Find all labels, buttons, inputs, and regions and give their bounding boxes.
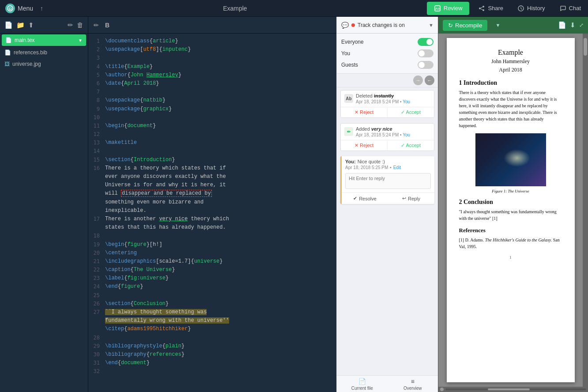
pencil-icon[interactable]: ✏ <box>92 20 101 30</box>
pdf-scrollbar-thumb[interactable] <box>584 38 587 56</box>
code-line-25 <box>105 291 333 300</box>
code-line-16f: inexplicable. <box>105 207 333 215</box>
chat-button[interactable]: Chat <box>552 0 588 17</box>
sidebar-item-references-bib[interactable]: 📄 references.bib <box>0 47 88 58</box>
code-line-20: \centering <box>105 249 333 257</box>
pdf-content: Example John Hammersley April 2018 1 Int… <box>438 34 583 387</box>
scroll-left-arrow[interactable] <box>440 388 444 391</box>
delete-icon[interactable]: 🗑 <box>77 21 83 29</box>
everyone-toggle[interactable] <box>418 38 433 46</box>
review-button[interactable]: Ab Review <box>427 2 470 15</box>
reply-icon: ↩ <box>402 196 406 201</box>
code-line-23: \label{fig:universe} <box>105 274 333 283</box>
code-line-30: \bibliography{references} <box>105 351 333 359</box>
overview-nav[interactable]: ≡ Overview <box>388 376 438 392</box>
svg-line-8 <box>481 9 482 10</box>
sidebar-item-universe-jpg[interactable]: 🖼 universe.jpg <box>0 58 88 70</box>
recompile-button[interactable]: ↻ Recompile <box>443 20 487 31</box>
added-reject-button[interactable]: ✕ Reject <box>341 140 388 151</box>
pdf-expand-icon[interactable]: ⤢ <box>579 22 584 28</box>
current-file-nav[interactable]: 📄 Current file <box>337 376 388 392</box>
added-change-buttons: ✕ Reject ✓ Accept <box>341 140 434 151</box>
sidebar-item-main-tex[interactable]: 📄 main.tex ▼ <box>2 34 86 46</box>
references-bib-label: references.bib <box>14 49 47 56</box>
pdf-section2: 2 Conclusion <box>459 199 562 206</box>
chat-icon <box>559 5 566 12</box>
menu-label: Menu <box>18 5 33 12</box>
new-file-icon[interactable]: 📄 <box>4 21 13 29</box>
resolve-button[interactable]: ✔ Resolve <box>342 193 388 204</box>
code-line-28 <box>105 334 333 342</box>
bold-icon[interactable]: B <box>103 20 111 30</box>
comment-edit-link[interactable]: Edit <box>393 165 401 170</box>
code-line-32 <box>105 367 333 376</box>
scroll-right-icon[interactable]: → <box>413 75 423 85</box>
deleted-change-card: Ab Deleted instantly Apr 18, 2018 5:24 P… <box>340 90 434 118</box>
pdf-scrollbar[interactable] <box>583 34 588 387</box>
code-line-19: \begin{figure}[h!] <box>105 241 333 249</box>
edit-icon[interactable]: ✏ <box>68 21 73 29</box>
scroll-left-icon[interactable]: ← <box>425 75 434 85</box>
code-line-7 <box>105 88 333 96</box>
code-line-24: \end{figure} <box>105 283 333 291</box>
pdf-view-icon[interactable]: 📄 <box>558 21 566 29</box>
reply-button[interactable]: ↩ Reply <box>388 193 434 204</box>
code-content[interactable]: \documentclass{article} \usepackage[utf8… <box>102 34 336 392</box>
document-title: Example <box>45 5 425 12</box>
history-back-icon[interactable]: ↑ <box>38 5 45 12</box>
code-line-4: \title{Example} <box>105 63 333 71</box>
pdf-image <box>475 133 546 186</box>
pdf-ref1: [1] D. Adams. The Hitchhiker's Guide to … <box>459 237 562 250</box>
comment-icon: 💬 <box>341 22 349 29</box>
code-line-27c: \citep{adams1995hitchhiker} <box>105 325 333 333</box>
code-line-17a: There is another very nice theory which <box>105 215 333 223</box>
universe-jpg-label: universe.jpg <box>12 61 41 67</box>
code-line-9: \usepackage{graphicx} <box>105 105 333 113</box>
recompile-icon: ↻ <box>448 22 453 29</box>
code-line-16a: There is a theory which states that if <box>105 164 333 173</box>
track-dropdown-icon[interactable]: ▼ <box>429 23 433 28</box>
added-change-text: Added very nice Apr 18, 2018 5:24 PM • Y… <box>356 126 430 137</box>
history-button[interactable]: History <box>510 0 552 17</box>
code-line-14 <box>105 147 333 155</box>
code-line-8: \usepackage{natbib} <box>105 96 333 105</box>
code-line-16b: ever anyone discovers exactly what the <box>105 173 333 181</box>
deleted-change-header: Ab Deleted instantly Apr 18, 2018 5:24 P… <box>341 90 434 107</box>
code-line-13: \maketitle <box>105 139 333 147</box>
history-icon <box>517 5 524 12</box>
track-changes-label: Track changes is on <box>358 22 426 28</box>
new-folder-icon[interactable]: 📁 <box>16 21 25 29</box>
upload-icon[interactable]: ⬆ <box>28 21 34 29</box>
main-tex-label: main.tex <box>15 37 34 43</box>
pdf-references-title: References <box>459 227 562 234</box>
toggle-row-guests: Guests <box>341 59 433 71</box>
you-toggle-thumb <box>418 50 425 57</box>
editor-content[interactable]: 12345 678910 1112131415 16 17 18 1920212… <box>88 34 336 392</box>
you-toggle[interactable] <box>418 49 433 57</box>
deleted-change-icon: Ab <box>344 94 353 103</box>
added-change-meta: Apr 18, 2018 5:24 PM • You <box>356 132 430 137</box>
toggle-section: Everyone You Guests <box>337 34 438 74</box>
pdf-intro-text: There is a theory which states that if e… <box>459 89 562 129</box>
deleted-reject-button[interactable]: ✕ Reject <box>341 107 388 117</box>
resolve-icon: ✔ <box>353 196 357 201</box>
deleted-action-label: Deleted instantly <box>356 93 430 98</box>
comment-author: You: <box>345 159 356 164</box>
added-accept-button[interactable]: ✓ Accept <box>388 140 434 151</box>
pdf-bottom-scrollbar[interactable] <box>438 387 588 392</box>
everyone-toggle-thumb <box>426 39 433 45</box>
everyone-label: Everyone <box>341 39 418 45</box>
code-line-12 <box>105 130 333 139</box>
recompile-dropdown-icon[interactable]: ▼ <box>491 17 505 34</box>
guests-toggle[interactable] <box>418 61 433 69</box>
comment-meta: Apr 18, 2018 5:25 PM • Edit <box>345 165 431 170</box>
share-button[interactable]: Share <box>471 0 510 17</box>
pdf-section1: 1 Introduction <box>459 79 562 87</box>
comment-actions: ✔ Resolve ↩ Reply <box>342 192 434 204</box>
line-numbers: 12345 678910 1112131415 16 17 18 1920212… <box>88 34 102 392</box>
deleted-accept-button[interactable]: ✓ Accept <box>388 107 434 117</box>
comment-reply-input[interactable] <box>345 173 431 189</box>
bib-file-icon: 📄 <box>4 49 11 56</box>
pdf-download-icon[interactable]: ⬇ <box>570 21 576 29</box>
brand-menu[interactable]: Ω Menu <box>0 4 38 13</box>
